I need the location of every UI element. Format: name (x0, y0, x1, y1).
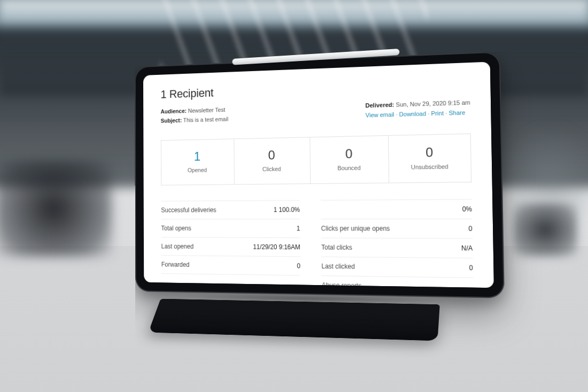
details-table: Successful deliveries 1 100.0% Total ope… (161, 199, 473, 288)
share-link[interactable]: Share (448, 109, 465, 116)
stat-card-clicked[interactable]: 0 Clicked (234, 137, 311, 184)
page-title: 1 Recipient (160, 77, 470, 102)
stat-card-bounced[interactable]: 0 Bounced (310, 136, 390, 183)
detail-row: Total opens 1 (161, 219, 300, 238)
subject-line: Subject: This is a test email (161, 116, 228, 124)
detail-row: Clicks per unique opens 0 (321, 219, 472, 239)
view-email-link[interactable]: View email (366, 111, 394, 119)
stat-cards: 1 Opened 0 Clicked 0 Bounced 0 Unsubscri… (161, 134, 471, 186)
download-link[interactable]: Download (399, 110, 427, 118)
detail-row: Forwarded 0 (161, 256, 301, 275)
detail-row: Last clicked 0 (321, 257, 473, 278)
stat-label: Bounced (314, 164, 384, 172)
detail-row: Last opened 11/29/20 9:16AM (161, 237, 300, 257)
detail-row: 0% (321, 199, 472, 219)
audience-line: Audience: Newsletter Test (161, 106, 228, 114)
stat-value: 0 (314, 147, 384, 160)
stat-value: 0 (393, 145, 466, 159)
stat-label: Clicked (238, 165, 306, 173)
tablet-device: 1 Recipient Audience: Newsletter Test Su… (123, 59, 497, 294)
stat-value: 1 (165, 150, 230, 163)
detail-row: Successful deliveries 1 100.0% (161, 200, 300, 219)
action-links: View email·Download·Print·Share (366, 109, 470, 119)
print-link[interactable]: Print (431, 110, 444, 117)
delivered-line: Delivered: Sun, Nov 29, 2020 9:15 am (365, 99, 470, 109)
stat-label: Opened (165, 166, 230, 173)
stat-card-opened[interactable]: 1 Opened (161, 139, 235, 185)
stat-value: 0 (238, 148, 306, 162)
detail-row: Total clicks N/A (321, 238, 473, 258)
